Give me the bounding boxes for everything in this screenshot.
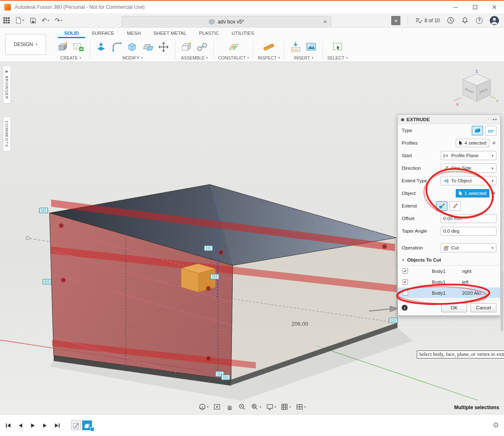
pan-hand-icon: [226, 403, 234, 411]
go-to-end-button[interactable]: [54, 423, 60, 428]
offset-input[interactable]: [441, 214, 496, 223]
maximize-icon: [472, 4, 478, 10]
comments-panel-tab[interactable]: COMMENTS: [3, 117, 11, 151]
tab-utilities[interactable]: UTILITIES: [225, 28, 260, 38]
create-group-label[interactable]: CREATE▾: [60, 55, 81, 60]
orbit-button[interactable]: ▾: [198, 403, 209, 411]
user-avatar[interactable]: [490, 16, 499, 25]
group-select: SELECT▾: [323, 38, 351, 62]
direction-dropdown[interactable]: One Side ▼: [441, 164, 496, 173]
ok-button[interactable]: OK: [441, 303, 467, 312]
taper-angle-input[interactable]: [441, 227, 496, 236]
checkbox[interactable]: [403, 290, 408, 296]
undo-button[interactable]: ↶ ▾: [42, 17, 49, 23]
object-row-right[interactable]: ✔ Body1 right: [398, 265, 500, 276]
info-icon[interactable]: i: [402, 305, 408, 311]
object-row-left[interactable]: ✔ Body1 left: [398, 276, 500, 287]
pan-button[interactable]: [226, 403, 234, 411]
view-cube[interactable]: Z RIGHT BACK X Y: [454, 69, 501, 111]
go-to-start-button[interactable]: [5, 423, 11, 428]
window-close-button[interactable]: [485, 1, 504, 13]
shell-button[interactable]: [125, 40, 140, 54]
type-thin-extrude-button[interactable]: [485, 126, 496, 135]
objects-to-cut-section[interactable]: ▼ Objects To Cut: [398, 254, 500, 265]
joint-button[interactable]: [195, 40, 209, 54]
create-sketch-button[interactable]: [71, 40, 86, 54]
display-settings-button[interactable]: ▾: [266, 403, 276, 411]
tab-close-icon[interactable]: ✕: [323, 19, 327, 25]
modify-group-label[interactable]: MODIFY▾: [122, 55, 143, 60]
checkbox[interactable]: ✔: [403, 268, 408, 274]
redo-button[interactable]: ↷ ▾: [55, 17, 62, 23]
select-group-label[interactable]: SELECT▾: [327, 55, 347, 60]
profiles-clear-icon[interactable]: ✕: [491, 140, 496, 146]
file-menu-button[interactable]: ▾: [15, 17, 24, 24]
type-extrude-button[interactable]: [472, 126, 483, 135]
viewports-button[interactable]: ▾: [296, 403, 306, 411]
document-tab[interactable]: adv box v5* ✕: [122, 16, 331, 27]
cancel-button[interactable]: Cancel: [470, 303, 496, 312]
operation-dropdown[interactable]: Cut ▼: [441, 243, 496, 252]
measure-button[interactable]: [262, 40, 276, 54]
object-clear-icon[interactable]: ✕: [491, 191, 496, 196]
step-forward-button[interactable]: [42, 423, 48, 428]
tab-mesh[interactable]: MESH: [120, 28, 147, 38]
insert-group-label[interactable]: INSERT▾: [294, 55, 313, 60]
profiles-selection-box[interactable]: 4 selected: [456, 139, 489, 147]
tab-sheet-metal[interactable]: SHEET METAL: [147, 28, 193, 38]
timeline-extrude-feature[interactable]: [82, 420, 92, 430]
extension-manager-button[interactable]: [447, 17, 454, 24]
group-assemble: ASSEMBLE▾: [176, 38, 213, 62]
object-selection-box[interactable]: 1 selected: [456, 189, 489, 197]
extent-type-dropdown[interactable]: To Object ▼: [441, 176, 496, 185]
step-back-button[interactable]: [18, 423, 23, 428]
start-dropdown[interactable]: Profile Plane ▼: [441, 151, 496, 160]
press-pull-button[interactable]: [94, 40, 109, 54]
timeline-sketch-feature[interactable]: [71, 420, 81, 430]
scrollbar[interactable]: [501, 272, 503, 331]
construct-plane-button[interactable]: [226, 40, 241, 54]
inspect-group-label[interactable]: INSPECT▾: [257, 55, 280, 60]
offset-label: Offset: [402, 216, 436, 221]
tab-surface[interactable]: SURFACE: [85, 28, 120, 38]
notifications-button[interactable]: [461, 17, 469, 24]
window-minimize-button[interactable]: [446, 1, 465, 13]
new-component-button[interactable]: [179, 40, 194, 54]
caret-icon: ▾: [61, 19, 62, 22]
timeline-position-marker[interactable]: [90, 427, 94, 431]
canvas-button[interactable]: [304, 40, 318, 54]
checkbox[interactable]: ✔: [403, 279, 408, 285]
look-at-button[interactable]: [213, 403, 221, 411]
tab-plastic[interactable]: PLASTIC: [193, 28, 226, 38]
fit-button[interactable]: ▾: [251, 403, 261, 411]
browser-panel-tab[interactable]: ▶ BROWSER: [3, 65, 11, 104]
extend-adjacent-button[interactable]: [449, 201, 461, 211]
assemble-group-label[interactable]: ASSEMBLE▾: [181, 55, 208, 60]
construct-group-label[interactable]: CONSTRUCT▾: [218, 55, 249, 60]
caret-icon: ▾: [346, 56, 348, 60]
workspace-menu-button[interactable]: DESIGN ▾: [5, 34, 46, 55]
move-copy-button[interactable]: [156, 40, 171, 54]
object-row-2020-alu[interactable]: Body1 2020 Alu...: [398, 287, 500, 298]
insert-svg-button[interactable]: SVG: [288, 40, 303, 54]
timeline-settings-gear-icon[interactable]: ⚙: [493, 421, 499, 430]
extent-type-row: Extent Type To Object ▼: [398, 174, 500, 187]
help-button[interactable]: ?: [476, 17, 483, 24]
tab-solid[interactable]: SOLID: [58, 28, 85, 38]
extend-faces-button[interactable]: [436, 201, 447, 211]
new-solid-button[interactable]: [56, 40, 70, 54]
grid-snap-button[interactable]: ▾: [281, 403, 291, 411]
new-tab-button[interactable]: +: [391, 16, 400, 25]
select-button[interactable]: [330, 40, 345, 54]
save-button[interactable]: [30, 17, 36, 24]
fillet-button[interactable]: [110, 40, 124, 54]
play-button[interactable]: [30, 423, 36, 428]
extrude-dialog-header[interactable]: ◉ EXTRUDE ►►: [398, 115, 500, 124]
app-grid-button[interactable]: [3, 17, 10, 23]
combine-button[interactable]: [141, 40, 155, 54]
panel-collapse-icon[interactable]: ►►: [492, 118, 497, 121]
job-status-button[interactable]: 8 of 10: [415, 17, 440, 24]
zoom-button[interactable]: [238, 403, 246, 411]
window-maximize-button[interactable]: [465, 1, 485, 13]
viewport[interactable]: 206.00 ▶ BROWSER COMMENTS Z RIGHT BACK X…: [0, 62, 504, 414]
